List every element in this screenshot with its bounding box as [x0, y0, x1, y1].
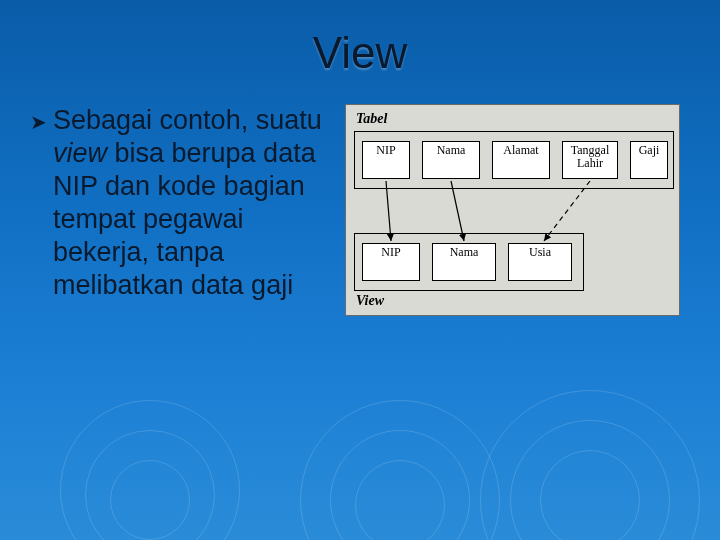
svg-line-2	[544, 181, 590, 241]
chevron-right-icon: ➤	[30, 110, 47, 302]
diagram: Tabel NIP Nama Alamat Tanggal Lahir Gaji…	[345, 104, 680, 316]
svg-line-1	[451, 181, 464, 241]
cell-top-nip: NIP	[362, 141, 410, 179]
bullet-block: ➤ Sebagai contoh, suatu view bisa berupa…	[30, 104, 325, 316]
cell-top-gaji: Gaji	[630, 141, 668, 179]
cell-bottom-nama: Nama	[432, 243, 496, 281]
label-view: View	[356, 293, 384, 309]
cell-top-nama: Nama	[422, 141, 480, 179]
cell-bottom-usia: Usia	[508, 243, 572, 281]
cell-top-tgl: Tanggal Lahir	[562, 141, 618, 179]
cell-bottom-nip: NIP	[362, 243, 420, 281]
label-tabel: Tabel	[356, 111, 387, 127]
bullet-italic: view	[53, 138, 107, 168]
svg-line-0	[386, 181, 391, 241]
content-area: ➤ Sebagai contoh, suatu view bisa berupa…	[0, 78, 720, 316]
page-title: View	[0, 0, 720, 78]
cell-top-alamat: Alamat	[492, 141, 550, 179]
bullet-lead: Sebagai contoh, suatu	[53, 105, 322, 135]
bullet-text: Sebagai contoh, suatu view bisa berupa d…	[53, 104, 325, 302]
